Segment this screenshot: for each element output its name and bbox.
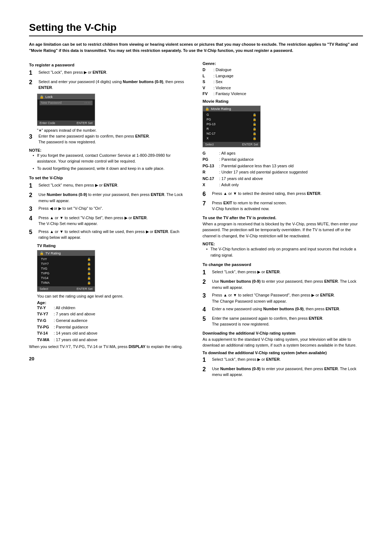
step-content-7: Press EXIT to return to the normal scree… [212, 200, 363, 212]
note-label-1: NOTE: [29, 148, 41, 152]
vchip-step-num-1: 1 [29, 182, 37, 190]
rating-key-pg13: PG-13 [203, 163, 219, 169]
movie-rating-screen-header: 🔒 Movie Rating [203, 106, 260, 111]
lock-footer-left: Enter Code [40, 121, 55, 125]
movie-rating-screen: 🔒 Movie Rating G🔒 PG🔒 PG-13🔒 [203, 106, 261, 147]
genre-val-d: : Dialogue [213, 67, 363, 73]
use-tv-text: When a program is received that is block… [203, 221, 363, 239]
vchip-step-1: 1 Select "Lock" menu, then press ▶ or EN… [29, 182, 189, 190]
vchip-step-3: 3 Press ◀ or ▶ to set "V-Chip" to "On". [29, 205, 189, 213]
bullet-2: • [33, 165, 37, 172]
age-key-tv14: TV-14 [37, 330, 54, 337]
tv-rating-screen: 🔒 TV Rating TVY🔒 TVY7🔒 TVG🔒 [37, 250, 95, 292]
genre-row-s: S : Sex [203, 79, 363, 85]
genre-row-d: D : Dialogue [203, 67, 363, 73]
cp-step-content-3: Press ▲ or ▼ to select "Change Password"… [212, 292, 363, 304]
genre-key-v: V [203, 85, 213, 91]
cp-step-content-4: Enter a new password using Number button… [212, 306, 363, 314]
movie-row-x: X🔒 [205, 136, 258, 141]
lock-screen: 🔒 Lock New Password ···· Enter Code [37, 94, 95, 126]
new-password-dots: ···· [85, 101, 91, 105]
age-row-tvma: TV-MA : 17 years old and above [37, 337, 189, 343]
bullet-3: • [206, 246, 211, 258]
tv-rating-lock-icon: 🔒 [40, 251, 44, 255]
note2-bullet-1-text: The V-Chip function is activated only on… [211, 246, 363, 258]
vchip-step-num-5: 5 [29, 229, 37, 241]
rating-val-nc17: : 17 years old and above [219, 176, 363, 182]
vchip-step-num-4: 4 [29, 215, 37, 227]
tv-row-tvy: TVY🔒 [40, 257, 93, 262]
step-7: 7 Press EXIT to return to the normal scr… [203, 200, 363, 212]
cp-step-content-2: Use Number buttons (0-9) to enter your p… [212, 278, 363, 290]
set-vchip-heading: To set the V-Chip [29, 176, 189, 180]
register-password-heading: To register a password [29, 63, 189, 67]
dl-step-num-1: 1 [203, 356, 211, 364]
genre-val-v: : Violence [213, 85, 363, 91]
age-val-tv14: : 14 years old and above [54, 330, 189, 337]
age-key-tvma: TV-MA [37, 337, 54, 343]
note-text-1: • If you forget the password, contact Cu… [33, 152, 189, 172]
intro-text: An age limitation can be set to restrict… [29, 41, 363, 53]
cp-step-num-1: 1 [203, 269, 211, 277]
step-3: 3 Enter the same password again to confi… [29, 133, 189, 145]
genre-row-l: L : Language [203, 73, 363, 79]
dl-step-2: 2 Use Number buttons (0-9) to enter your… [203, 366, 363, 378]
step-content-6: Press ▲ or ▼ to select the desired ratin… [212, 191, 363, 198]
tv-row-tvy7: TVY7🔒 [40, 262, 93, 266]
cp-step-num-2: 2 [203, 278, 211, 290]
movie-row-pg: PG🔒 [205, 117, 258, 122]
step-2: 2 Select and enter your password (4 digi… [29, 79, 189, 91]
dl-step-1: 1 Select "Lock", then press ▶ or ENTER. [203, 356, 363, 364]
use-tv-section: To use the TV after the TV is protected.… [203, 216, 363, 239]
cp-step-2: 2 Use Number buttons (0-9) to enter your… [203, 278, 363, 290]
step-content-3: Enter the same password again to confirm… [38, 133, 189, 145]
note2-bullet-1: • The V-Chip function is activated only … [206, 246, 363, 258]
step-number-6: 6 [203, 191, 211, 198]
age-row-tvg: TV-G : General audience [37, 318, 189, 324]
rating-key-pg: PG [203, 156, 219, 163]
tv-rating-footer: Select ENTER Set [37, 286, 95, 291]
movie-rating-lock-icon: 🔒 [205, 107, 209, 111]
tv-row-tvma: TVMA🔒 [40, 281, 93, 285]
age-title: Age: [37, 300, 189, 305]
genre-key-fv: FV [203, 91, 213, 97]
tv-row-tvpg: TVPG🔒 [40, 271, 93, 276]
bullet-1: • [33, 152, 37, 164]
vchip-step-content-4: Press ▲ or ▼ to select "V-Chip Set", the… [38, 215, 189, 227]
step-number-7: 7 [203, 200, 211, 212]
register-note: NOTE: • If you forget the password, cont… [29, 148, 189, 172]
genre-section: Genre: D : Dialogue L : Language S : Sex [203, 61, 363, 97]
rating-row-x: X : Adult only [203, 182, 363, 188]
movie-rating-screen-body: G🔒 PG🔒 PG-13🔒 R🔒 NC-17🔒 [203, 111, 260, 142]
lock-screen-body: New Password ···· [37, 99, 95, 120]
movie-rating-title: Movie Rating [203, 99, 363, 103]
change-password-steps: 1 Select "Lock", then press ▶ or ENTER. … [203, 269, 363, 327]
movie-rating-section: Movie Rating 🔒 Movie Rating G🔒 PG🔒 [203, 99, 363, 189]
cp-step-content-5: Enter the same password again to confirm… [212, 315, 363, 327]
movie-row-pg13: PG-13🔒 [205, 122, 258, 127]
downloading-text: As a supplement to the standard V-Chip r… [203, 336, 363, 348]
lock-row-2 [40, 105, 93, 110]
lock-new-password-row: New Password ···· [40, 101, 93, 105]
step-number-1: 1 [29, 69, 37, 77]
age-val-tvma: : 17 years old and above [54, 337, 189, 343]
register-password-section: To register a password 1 Select "Lock", … [29, 63, 189, 171]
note-bullet-1: • If you forget the password, contact Cu… [33, 152, 189, 164]
note-text-2: • The V-Chip function is activated only … [206, 246, 363, 258]
dl-step-num-2: 2 [203, 366, 211, 378]
movie-rating-screen-title: Movie Rating [211, 107, 231, 111]
page-title: Setting the V-Chip [29, 22, 363, 36]
age-val-tvy7: : 7 years old and above [54, 311, 189, 318]
rating-key-x: X [203, 182, 219, 188]
downloading-section: Downloading the additional V-Chip rating… [203, 331, 363, 348]
tv-rating-footer-right: ENTER Set [77, 287, 93, 291]
vchip-step-num-2: 2 [29, 192, 37, 204]
tv-rating-label: TV Rating [37, 244, 189, 248]
lock-screen-header: 🔒 Lock [37, 94, 95, 99]
note-bullet-1-text: If you forget the password, contact Cust… [37, 152, 189, 164]
use-tv-title: To use the TV after the TV is protected. [203, 216, 363, 220]
age-key-tvpg: TV-PG [37, 324, 54, 331]
genre-key-s: S [203, 79, 213, 85]
vchip-step-5: 5 Press ▲ or ▼ to select which rating wi… [29, 229, 189, 241]
genre-val-fv: : Fantasy Violence [213, 91, 363, 97]
